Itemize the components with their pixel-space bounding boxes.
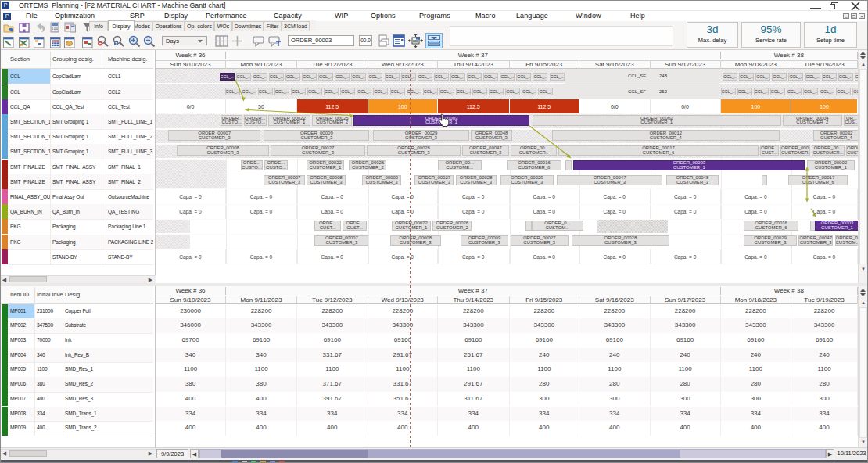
svg-text:T: T bbox=[115, 41, 117, 46]
